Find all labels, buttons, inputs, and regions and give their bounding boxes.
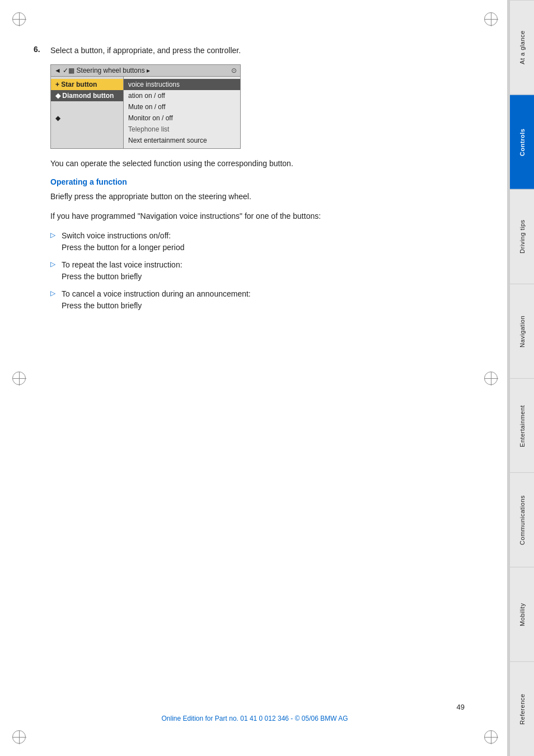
- ui-item-telephone: Telephone list: [124, 124, 240, 135]
- bullet-text-3: To cancel a voice instruction during an …: [62, 288, 251, 312]
- sidebar-tab-controls[interactable]: Controls: [510, 95, 534, 189]
- bullet-item-2: ▷ To repeat the last voice instruction: …: [50, 259, 364, 283]
- sidebar-tab-at-a-glance[interactable]: At a glance: [510, 0, 534, 95]
- corner-mark-br: [484, 730, 498, 744]
- bullet-text-2: To repeat the last voice instruction: Pr…: [62, 259, 182, 283]
- ui-diamond-button: ◆ Diamond button: [51, 90, 123, 101]
- corner-mark-mr: [484, 372, 498, 385]
- bullet-arrow-2: ▷: [50, 260, 57, 283]
- ui-header-title: ◄ ✓▦ Steering wheel buttons ▸: [54, 67, 150, 74]
- footer: 49 Online Edition for Part no. 01 41 0 0…: [0, 703, 509, 722]
- sidebar-tab-mobility[interactable]: Mobility: [510, 567, 534, 661]
- sidebar-tab-communications[interactable]: Communications: [510, 472, 534, 567]
- footer-text: Online Edition for Part no. 01 41 0 012 …: [161, 715, 348, 722]
- sidebar: At a glance Controls Driving tips Naviga…: [509, 0, 534, 756]
- ui-star-label: + Star button: [55, 81, 97, 88]
- ui-left-diamond: ◆: [51, 112, 123, 124]
- ui-item-monitor: Monitor on / off: [124, 112, 240, 124]
- ui-body: + Star button ◆ Diamond button ◆ voice i…: [51, 77, 240, 148]
- ui-item-voice-instructions: voice instructions: [124, 79, 240, 90]
- corner-mark-tr: [484, 12, 498, 26]
- bullet-list: ▷ Switch voice instructions on/off: Pres…: [50, 230, 470, 312]
- page-number: 49: [0, 703, 509, 711]
- bullet-arrow-1: ▷: [50, 231, 57, 253]
- sidebar-tab-entertainment[interactable]: Entertainment: [510, 378, 534, 473]
- step-6: 6. Select a button, if appropriate, and …: [34, 45, 470, 57]
- ui-diamond-label: ◆ Diamond button: [55, 92, 114, 100]
- ui-star-button: + Star button: [51, 79, 123, 90]
- main-content: 6. Select a button, if appropriate, and …: [34, 45, 470, 317]
- bullet-item-3: ▷ To cancel a voice instruction during a…: [50, 288, 364, 312]
- bullet-item-1: ▷ Switch voice instructions on/off: Pres…: [50, 230, 364, 253]
- ui-screenshot: ◄ ✓▦ Steering wheel buttons ▸ ⊙ + Star b…: [50, 64, 241, 149]
- paragraph-2: If you have programmed "Navigation voice…: [50, 210, 364, 222]
- sidebar-tab-driving-tips[interactable]: Driving tips: [510, 189, 534, 284]
- ui-right-panel: voice instructions ation on / off Mute o…: [124, 77, 240, 148]
- step-text: Select a button, if appropriate, and pre…: [50, 45, 241, 57]
- bullet-arrow-3: ▷: [50, 289, 57, 312]
- body-text-function: You can operate the selected function us…: [50, 158, 364, 170]
- ui-item-ation: ation on / off: [124, 90, 240, 101]
- step-number: 6.: [34, 45, 45, 57]
- corner-mark-bl: [12, 730, 26, 744]
- corner-mark-tl: [12, 12, 26, 26]
- sidebar-tab-reference[interactable]: Reference: [510, 661, 534, 756]
- sidebar-tab-navigation[interactable]: Navigation: [510, 284, 534, 378]
- corner-mark-ml: [12, 372, 26, 385]
- sidebar-border: [507, 0, 509, 756]
- ui-left-panel: + Star button ◆ Diamond button ◆: [51, 77, 124, 148]
- ui-item-entertainment: Next entertainment source: [124, 135, 240, 146]
- paragraph-1: Briefly press the appropriate button on …: [50, 191, 364, 203]
- ui-left-empty: [51, 101, 123, 112]
- section-heading-operating: Operating a function: [50, 177, 470, 186]
- ui-item-mute: Mute on / off: [124, 101, 240, 112]
- ui-header-icon: ⊙: [231, 67, 237, 74]
- bullet-text-1: Switch voice instructions on/off: Press …: [62, 230, 184, 253]
- ui-header: ◄ ✓▦ Steering wheel buttons ▸ ⊙: [51, 65, 240, 77]
